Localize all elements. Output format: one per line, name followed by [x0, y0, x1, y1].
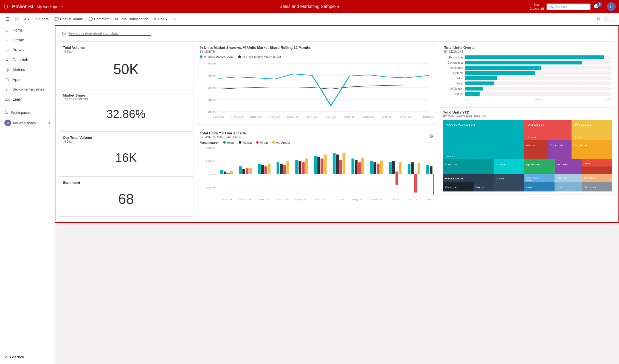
tile-line-chart[interactable]: % Units Market Share vs. % Units Market … [196, 41, 438, 125]
svg-text:40%: 40% [208, 62, 216, 65]
bar-label-youth: Youth [444, 82, 463, 85]
share-button[interactable]: ↗ Share [33, 16, 51, 22]
svg-rect-47 [299, 161, 301, 174]
svg-text:East: East [496, 178, 504, 180]
svg-rect-35 [242, 169, 245, 174]
more-options-button[interactable]: ··· [171, 16, 178, 22]
ytd-chart-legend: Manufacturer Aliqui Natura Pirum VanArsd… [200, 141, 434, 144]
tile-total-volume[interactable]: Total Volume IN 2014 50K [59, 41, 193, 87]
svg-rect-71 [411, 162, 413, 174]
svg-text:200%: 200% [205, 147, 216, 150]
fullscreen-icon[interactable]: ⛶ [610, 16, 616, 22]
svg-text:VanArsdel: VanArsdel [446, 124, 475, 126]
treemap-subtitle: BY MANUFACTURER, REGION [443, 115, 612, 118]
get-data-button[interactable]: ↗ Get data [0, 352, 55, 362]
sidebar-my-workspace[interactable]: M My workspace ▾ [0, 117, 55, 128]
tile-sentiment[interactable]: Sentiment 68 [59, 176, 193, 217]
treemap-cell-vanarsdel-central[interactable] [443, 159, 494, 174]
tile-sentiment-value: 68 [63, 185, 189, 213]
sidebar-item-datahub[interactable]: ≡ Data hub [0, 55, 55, 65]
favorite-icon[interactable]: ☆ [603, 16, 608, 22]
sidebar-item-workspaces[interactable]: 🗂 Workspaces › [0, 108, 55, 117]
chat-teams-button[interactable]: 💬 Chat in Teams [52, 16, 85, 22]
treemap-cell-vanarsdel-west[interactable] [494, 159, 524, 174]
svg-rect-42 [277, 162, 279, 174]
svg-text:Central: Central [550, 144, 563, 146]
search-box[interactable]: 🔍 [547, 4, 590, 10]
file-button[interactable]: 📄 File ▾ [13, 16, 32, 22]
svg-text:35%: 35% [208, 74, 216, 77]
tile-ytd-variance[interactable]: Total Units YTD Variance % BY MONTH, MAN… [196, 127, 438, 207]
bar-row-extreme: Extreme [444, 71, 611, 75]
dashboard-grid: Total Volume IN 2014 50K Market Share LA… [59, 41, 615, 219]
tile-treemap[interactable]: Total Units YTD BY MANUFACTURER, REGION … [440, 107, 615, 194]
hamburger-menu[interactable]: ☰ [3, 15, 12, 23]
svg-rect-64 [377, 164, 379, 174]
workspace-name[interactable]: My workspace [36, 4, 63, 9]
bar-chart-title: Total Units Overall [444, 46, 611, 50]
sidebar-item-browse[interactable]: ⊞ Browse [0, 45, 55, 55]
refresh-icon[interactable]: ↻ [596, 16, 601, 22]
home-icon: ⌂ [4, 28, 10, 32]
bar-axis-04: 0.4M [606, 98, 611, 101]
tile-total-volume-title: Total Volume [63, 46, 189, 50]
sidebar-item-metrics[interactable]: ◎ Metrics [0, 65, 55, 75]
tile-total-volume-subtitle: IN 2014 [63, 50, 189, 53]
treemap-cell-aliqui-central[interactable] [548, 140, 572, 159]
treemap-cell-p[interactable] [582, 167, 612, 174]
svg-rect-70 [407, 164, 410, 174]
email-button[interactable]: ✉ Email subscription [113, 16, 151, 22]
tile-our-volume-title: Our Total Volume [63, 136, 189, 140]
bar-fill-youth [465, 81, 494, 85]
sidebar-item-create[interactable]: + Create [0, 35, 55, 45]
sidebar-item-apps[interactable]: ⬡ Apps [0, 75, 55, 84]
ytd-chart-svg: 200% 100% 0% -100% [200, 145, 434, 203]
svg-text:Central: Central [573, 144, 587, 146]
svg-text:May-14: May-14 [287, 115, 300, 118]
create-icon: + [4, 38, 10, 42]
search-input[interactable] [555, 5, 588, 9]
bar-row-select: Select [444, 76, 611, 80]
qa-input[interactable] [69, 31, 151, 36]
file-icon: 📄 [15, 17, 19, 21]
sidebar-item-deployment[interactable]: ⇄ Deployment pipelines [0, 84, 55, 94]
notification-area[interactable]: 💬 2 [593, 4, 604, 10]
bar-row-convenience: Convenience [444, 61, 611, 64]
sidebar-item-home[interactable]: ⌂ Home [0, 25, 55, 35]
apps-grid-icon[interactable]: ⬡ [3, 3, 9, 10]
treemap-cell-quibus[interactable] [524, 159, 555, 174]
tile-our-total-volume[interactable]: Our Total Volume IN 2014 16K [59, 131, 193, 174]
treemap-cell-natura-east[interactable] [494, 174, 524, 191]
tile-market-share[interactable]: Market Share LAST 12 MONTHS 32.86% [59, 89, 193, 129]
treemap-cell-abbas[interactable] [555, 159, 582, 174]
svg-rect-40 [264, 166, 267, 174]
toolbar: ☰ 📄 File ▾ ↗ Share 💬 Chat in Teams 💭 Com… [0, 13, 619, 25]
bar-fill-allseason [465, 87, 483, 91]
bar-container-allseason [465, 87, 611, 91]
tile-bar-chart[interactable]: Total Units Overall BY SEGMENT Productiv… [440, 41, 615, 105]
get-data-icon: ↗ [4, 355, 7, 359]
svg-text:Fama: Fama [556, 177, 567, 179]
toolbar-right: ↻ ☆ ⛶ [596, 16, 616, 22]
bar-fill-moderation [465, 66, 541, 70]
tile-market-share-subtitle: LAST 12 MONTHS [63, 98, 189, 101]
svg-text:East: East [446, 156, 455, 158]
svg-text:Jul-14: Jul-14 [334, 199, 344, 201]
svg-rect-56 [339, 160, 342, 174]
tile-sentiment-title: Sentiment [63, 180, 189, 185]
svg-rect-38 [258, 164, 260, 174]
avatar[interactable]: U [607, 2, 616, 11]
right-column: Total Units Overall BY SEGMENT Productiv… [440, 41, 615, 217]
svg-rect-69 [399, 162, 401, 174]
treemap-cell-pirum-central[interactable] [572, 140, 612, 159]
edit-button[interactable]: ✏ Edit ▾ [151, 16, 169, 22]
workspace-avatar: M [4, 120, 11, 126]
sidebar-item-learn[interactable]: 📖 Learn [0, 94, 55, 104]
comment-button[interactable]: 💭 Comment [86, 16, 112, 22]
sidebar: ⌂ Home + Create ⊞ Browse ≡ Data hub ◎ Me… [0, 25, 55, 364]
bar-axis-0: 0.0M [465, 98, 471, 101]
report-dropdown-icon[interactable]: ▾ [337, 4, 339, 9]
tile-market-share-value: 32.86% [63, 103, 189, 125]
treemap-cell-aliqui-west[interactable] [524, 140, 548, 159]
ytd-more-icon[interactable]: ⚙ [429, 133, 434, 139]
